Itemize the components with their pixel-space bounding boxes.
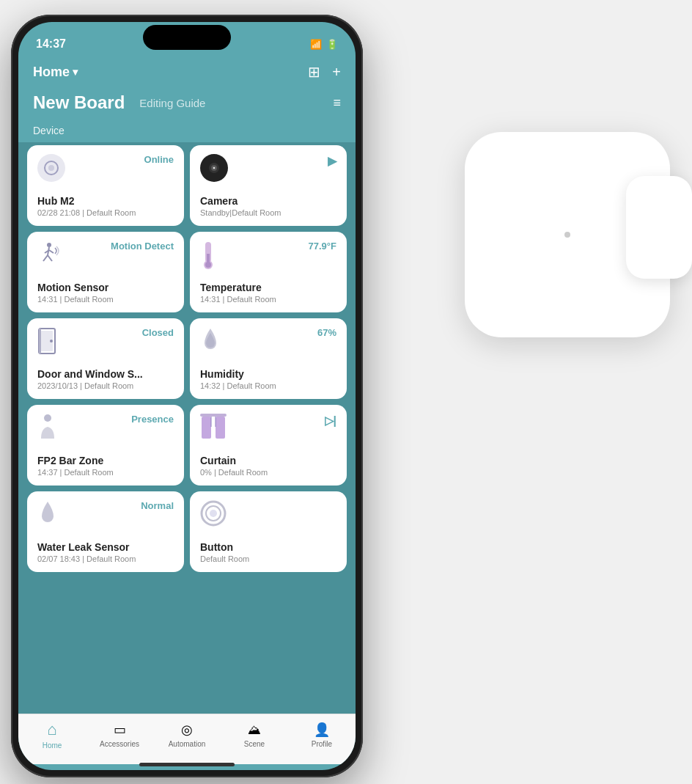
door-status: Closed: [142, 327, 174, 338]
svg-point-20: [44, 414, 51, 422]
humidity-sub: 14:32 | Default Room: [200, 381, 336, 390]
board-menu-icon[interactable]: ≡: [333, 95, 341, 111]
grid-icon[interactable]: ⊞: [308, 63, 320, 81]
curtain-name: Curtain: [200, 455, 336, 466]
door-name: Door and Window S...: [37, 368, 174, 380]
section-label: Device: [18, 122, 356, 142]
header-icons: ⊞ +: [308, 63, 341, 81]
svg-point-5: [213, 167, 215, 169]
dropdown-arrow: ▾: [73, 66, 78, 78]
motion-sub: 14:31 | Default Room: [37, 295, 174, 304]
device-grid-container: Online Hub M2 02/28 21:08 | Default Room: [18, 142, 356, 714]
svg-line-8: [43, 255, 48, 261]
dynamic-island: [143, 25, 231, 50]
svg-point-1: [48, 165, 54, 171]
water-status: Normal: [141, 500, 174, 511]
fp2-sub: 14:37 | Default Room: [37, 468, 174, 477]
motion-icon: [37, 241, 61, 269]
fp2-name: FP2 Bar Zone: [37, 455, 174, 466]
hub-name: Hub M2: [37, 195, 174, 207]
svg-point-15: [205, 262, 211, 268]
curtain-icon: [200, 414, 227, 444]
home-dropdown[interactable]: Home ▾: [33, 65, 78, 80]
board-tabs: New Board Editing Guide ≡: [18, 88, 356, 122]
device-card-hub[interactable]: Online Hub M2 02/28 21:08 | Default Room: [27, 145, 184, 226]
board-tab-2[interactable]: Editing Guide: [139, 97, 205, 109]
home-bar: [139, 763, 235, 766]
door-sub: 2023/10/13 | Default Room: [37, 381, 174, 390]
humidity-icon: [200, 327, 221, 356]
curtain-status: ▷|: [325, 414, 336, 428]
nav-accessories[interactable]: ▭ Accessories: [86, 722, 153, 748]
profile-nav-icon: 👤: [314, 722, 330, 738]
camera-icon: [200, 154, 228, 182]
battery-icon: 🔋: [326, 39, 338, 50]
camera-name: Camera: [200, 195, 336, 207]
accessories-nav-label: Accessories: [100, 740, 139, 748]
device-card-fp2[interactable]: Presence FP2 Bar Zone 14:37 | Default Ro…: [27, 405, 184, 486]
camera-sub: Standby|Default Room: [200, 208, 336, 217]
device-card-humidity[interactable]: 67% Humidity 14:32 | Default Room: [190, 318, 347, 399]
water-sub: 02/07 18:43 | Default Room: [37, 554, 174, 563]
wifi-icon: 📶: [310, 39, 322, 50]
device-card-button[interactable]: Button Default Room: [190, 491, 347, 572]
svg-rect-19: [39, 329, 41, 353]
nav-profile[interactable]: 👤 Profile: [288, 722, 356, 748]
temp-sub: 14:31 | Default Room: [200, 295, 336, 304]
temp-status: 77.9°F: [309, 241, 336, 252]
fp2-status: Presence: [131, 414, 174, 425]
hub-icon: [37, 154, 65, 182]
person-icon: [37, 414, 58, 443]
door-icon: [37, 327, 62, 358]
status-icons: 📶 🔋: [310, 39, 338, 50]
water-leak-icon: [37, 500, 58, 530]
svg-rect-23: [216, 417, 225, 439]
device-card-temperature[interactable]: 77.9°F Temperature 14:31 | Default Room: [190, 232, 347, 312]
phone-frame: 14:37 📶 🔋 Home ▾ ⊞ +: [11, 15, 363, 777]
automation-nav-icon: ◎: [181, 722, 193, 738]
water-name: Water Leak Sensor: [37, 541, 174, 553]
device-scroll: Online Hub M2 02/28 21:08 | Default Room: [18, 142, 356, 714]
curtain-sub: 0% | Default Room: [200, 468, 336, 477]
button-name: Button: [200, 541, 336, 553]
svg-line-9: [48, 255, 52, 261]
motion-status: Motion Detect: [111, 241, 174, 252]
device-card-door[interactable]: Closed Door and Window S... 2023/10/13 |…: [27, 318, 184, 399]
svg-rect-21: [200, 414, 227, 417]
device-card-motion[interactable]: Motion Detect Motion Sensor 14:31 | Defa…: [27, 232, 184, 312]
sensor-small-body: [626, 176, 692, 279]
nav-automation[interactable]: ◎ Automation: [153, 722, 221, 748]
temp-icon: [200, 241, 216, 273]
sensor-indicator-dot: [564, 232, 570, 238]
svg-point-28: [210, 510, 217, 517]
svg-line-11: [49, 250, 54, 253]
temp-name: Temperature: [200, 282, 336, 293]
hub-sub: 02/28 21:08 | Default Room: [37, 208, 174, 217]
active-board-tab[interactable]: New Board: [33, 92, 125, 113]
device-card-curtain[interactable]: ▷| Curtain 0% | Default Room: [190, 405, 347, 486]
sensor-device-group: [465, 132, 670, 337]
button-device-icon: [200, 500, 227, 530]
nav-scene[interactable]: ⛰ Scene: [221, 722, 288, 748]
add-icon[interactable]: +: [332, 64, 341, 81]
scene-nav-icon: ⛰: [248, 722, 261, 738]
home-nav-label: Home: [43, 741, 62, 750]
profile-nav-label: Profile: [312, 740, 332, 748]
accessories-nav-icon: ▭: [114, 722, 126, 738]
button-sub: Default Room: [200, 554, 336, 563]
humidity-name: Humidity: [200, 368, 336, 380]
automation-nav-label: Automation: [169, 740, 206, 748]
home-label: Home: [33, 65, 70, 80]
device-card-camera[interactable]: ▶ Camera Standby|Default Room: [190, 145, 347, 226]
hub-status: Online: [144, 154, 174, 165]
svg-point-18: [50, 340, 53, 342]
svg-point-6: [47, 243, 51, 247]
app-header: Home ▾ ⊞ +: [18, 60, 356, 88]
svg-rect-22: [202, 417, 211, 439]
scene-nav-label: Scene: [244, 740, 265, 748]
home-indicator: [18, 764, 356, 770]
device-card-water[interactable]: Normal Water Leak Sensor 02/07 18:43 | D…: [27, 491, 184, 572]
status-time: 14:37: [36, 37, 66, 51]
nav-home[interactable]: ⌂ Home: [18, 720, 86, 750]
motion-name: Motion Sensor: [37, 282, 174, 293]
